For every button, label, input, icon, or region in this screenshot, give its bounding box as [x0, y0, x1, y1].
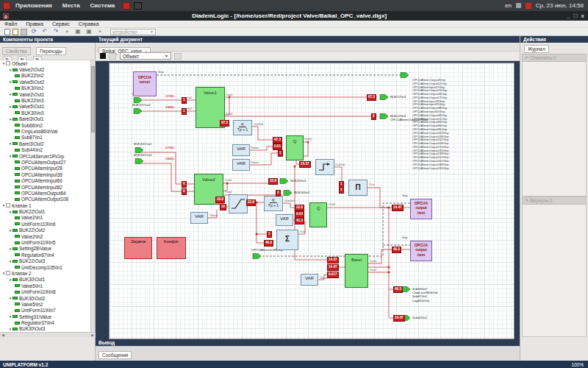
undo-icon[interactable]: ↶ [40, 28, 49, 35]
tree-item[interactable]: UnitForm119\In8 [0, 289, 91, 294]
tab-messages[interactable]: Сообщения [98, 351, 132, 359]
tree-item[interactable]: CmpLess86\InVal [0, 128, 91, 134]
keyboard-layout-indicator[interactable]: en [505, 2, 512, 9]
tree-item[interactable]: BUK22\In3 [0, 97, 91, 103]
tree-item[interactable]: ▾BUK30\Out1 [0, 277, 91, 283]
block-opcua-output-item[interactable]: OPCUAoutputitem [410, 241, 432, 261]
tree-item[interactable]: BUK30\In3 [0, 110, 91, 116]
redo-section-header[interactable]: ↷ Вернуть 0 [522, 197, 587, 205]
system-menu[interactable]: Система [90, 2, 115, 9]
menu-edit[interactable]: Правка [26, 21, 43, 26]
delete-icon[interactable]: × [96, 28, 104, 35]
object-dropdown[interactable]: Объект ▼ [120, 52, 171, 60]
tree-item[interactable]: UnitDecomp105\In1 [0, 264, 91, 270]
applications-menu[interactable]: Приложения [15, 2, 52, 9]
block-sigma[interactable]: Σ [276, 230, 298, 250]
block-limiter[interactable] [229, 194, 248, 213]
menu-file[interactable]: Файл [4, 21, 17, 26]
tree-item[interactable]: ▾Valve5\Out1 [0, 104, 91, 110]
tree-item[interactable]: ▾Setting31\Value [0, 314, 91, 319]
copy-icon[interactable]: ▣ [74, 28, 82, 35]
maximize-button[interactable]: □ [574, 13, 578, 19]
block-конфиг[interactable]: Конфиг [157, 237, 186, 259]
signal-connector-icon[interactable] [380, 95, 388, 100]
device-dropdown[interactable]: устройство ▼ [110, 29, 156, 35]
stop-icon[interactable] [100, 53, 106, 59]
tree-item[interactable]: ▾Объект [0, 60, 91, 66]
signal-connector-icon[interactable] [380, 114, 388, 119]
tree-item[interactable]: Regulator87\In4 [0, 252, 91, 258]
tree-checkbox[interactable] [6, 61, 10, 66]
places-menu[interactable]: Места [62, 2, 80, 9]
tree-item[interactable]: ▾Клапан 1 [0, 202, 91, 208]
block-opcua-server[interactable]: OPCUAserver [133, 71, 157, 96]
signal-connector-icon[interactable] [402, 287, 410, 292]
signal-connector-icon[interactable] [135, 159, 143, 164]
signal-connector-icon[interactable] [284, 191, 292, 196]
tree-item[interactable]: Sub87\In1 [0, 135, 91, 141]
tree-item[interactable]: ▾BUK30\Out3 [0, 326, 91, 332]
block-var[interactable]: VAR [232, 144, 250, 156]
signal-connector-icon[interactable] [253, 254, 261, 259]
redo-icon[interactable]: ↷ [51, 28, 60, 35]
paste-icon[interactable]: ▣ [85, 28, 93, 35]
diagram-canvas[interactable]: OPCUAItemOutput4\GrpOPCUAItemOutput11\Gr… [96, 61, 520, 361]
tree-item[interactable]: Valve2\In1 [0, 215, 91, 221]
tree-item[interactable]: OPCUAItemInput60 [0, 177, 91, 183]
block-q[interactable]: Q [309, 202, 327, 227]
signal-connector-icon[interactable] [135, 148, 143, 153]
tree-item[interactable]: ▾Valve5\Out2 [0, 79, 91, 85]
tree-item[interactable]: Sub66\In2 [0, 122, 91, 128]
tree-item[interactable]: BUK22\In2 [0, 73, 91, 79]
signal-connector-icon[interactable] [280, 179, 288, 184]
tree-item[interactable]: ▾Клапан 2 [0, 270, 91, 276]
tab-journal[interactable]: Журнал [524, 45, 549, 53]
tree-horizontal-scrollbar[interactable]: ◀▶ [0, 332, 96, 337]
diagram-paper[interactable]: OPCUAItemOutput4\GrpOPCUAItemOutput11\Gr… [109, 63, 514, 339]
tree-item[interactable]: ▾Valve2\Out2 [0, 66, 91, 72]
signal-connector-icon[interactable] [401, 73, 409, 78]
new-document-icon[interactable] [4, 29, 10, 35]
tree-item[interactable]: Sub44\In2 [0, 146, 91, 152]
undo-section-header[interactable]: ↶ Отменить 0 [522, 54, 587, 62]
notification-icon[interactable] [526, 3, 531, 9]
tree-item[interactable]: ▾Setting28\Value [0, 246, 91, 252]
block-tf[interactable]: KTp + 1 [264, 196, 283, 211]
tree-item[interactable]: Valve2\In2 [0, 233, 91, 239]
block-barel[interactable]: Barel [345, 254, 368, 288]
tree-item[interactable]: ▾BUK22\Out2 [0, 227, 91, 233]
window-titlebar[interactable]: D DiademLogic - [/home/user/Red/project … [0, 11, 588, 21]
block-var[interactable]: VAR [276, 214, 293, 226]
tree-item[interactable]: OPCUAItemOutput108 [0, 197, 91, 202]
tree-item[interactable]: Valve5\In2 [0, 301, 91, 307]
block-var[interactable]: VAR [301, 274, 318, 286]
tree-item[interactable]: OPCUAItemInput35 [0, 171, 91, 177]
tree-item[interactable]: ▾BUK30\Out2 [0, 295, 91, 301]
tree-item[interactable]: ▾Barel3\Out2 [0, 141, 91, 146]
clock[interactable]: Ср, 23 июн, 14:58 [536, 2, 584, 9]
tree-item[interactable]: UnitForm119\In7 [0, 308, 91, 314]
block-q[interactable]: Q [286, 135, 304, 160]
tree-item[interactable]: Regulator37\In4 [0, 319, 91, 325]
tree-item[interactable]: ▾BUK22\Out1 [0, 208, 91, 214]
tree-item[interactable]: ▾Valve2\Out1 [0, 91, 91, 97]
tree-item[interactable]: OPCUAItemOutput84 [0, 190, 91, 196]
cut-icon[interactable]: × [62, 28, 71, 35]
tree-item[interactable]: ▾Barel3\Out1 [0, 116, 91, 122]
block-opcua-output-item[interactable]: OPCUAoutputitem [410, 199, 432, 219]
close-button[interactable]: x [581, 13, 584, 19]
block-задача[interactable]: Задача [124, 237, 152, 259]
block-pi[interactable]: Π [348, 180, 368, 196]
tree-item[interactable]: UnitForm119\In5 [0, 239, 91, 245]
distro-logo-icon[interactable] [3, 2, 10, 10]
tray-app-icon[interactable] [134, 2, 142, 10]
tree-item[interactable]: BUK30\In2 [0, 85, 91, 91]
tree-checkbox[interactable] [6, 271, 10, 275]
scrollbar-thumb[interactable] [91, 66, 95, 132]
menu-help[interactable]: Справка [79, 21, 98, 26]
signal-connector-icon[interactable] [134, 98, 142, 103]
tree-item[interactable]: Valve5\In1 [0, 283, 91, 289]
minimize-button[interactable]: _ [567, 13, 570, 19]
signal-connector-icon[interactable] [134, 109, 142, 114]
block-step[interactable] [315, 159, 334, 175]
